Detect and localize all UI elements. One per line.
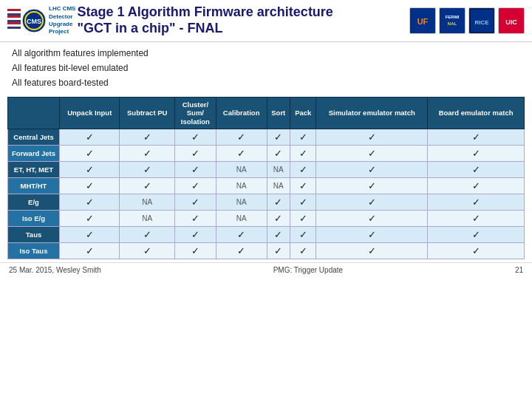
cell-4-0: ✓ xyxy=(60,194,120,211)
cell-0-0: ✓ xyxy=(60,129,120,146)
cell-2-0: ✓ xyxy=(60,162,120,178)
table-row: Iso Taus✓✓✓✓✓✓✓✓ xyxy=(8,243,525,259)
cell-3-6: ✓ xyxy=(316,178,428,194)
cell-2-3: NA xyxy=(216,162,267,178)
cell-5-5: ✓ xyxy=(290,211,316,227)
cell-2-7: ✓ xyxy=(428,162,525,178)
col-header-4: Calibration xyxy=(216,98,267,129)
col-header-1: Unpack Input xyxy=(60,98,120,129)
col-header-6: Pack xyxy=(290,98,316,129)
row-label-1: Forward Jets xyxy=(8,146,60,162)
uic-logo: UIC xyxy=(498,7,525,34)
cell-3-2: ✓ xyxy=(174,178,216,194)
cell-3-4: NA xyxy=(267,178,290,194)
cell-6-4: ✓ xyxy=(267,227,290,243)
cell-6-0: ✓ xyxy=(60,227,120,243)
svg-rect-4 xyxy=(7,18,21,20)
svg-rect-2 xyxy=(7,13,21,16)
col-header-3: Cluster/ Sum/ Isolation xyxy=(174,98,216,129)
cell-7-3: ✓ xyxy=(216,243,267,259)
svg-text:RICE: RICE xyxy=(474,19,489,26)
cell-1-4: ✓ xyxy=(267,146,290,162)
footer-right: 21 xyxy=(515,266,523,274)
algorithm-table-wrap: Unpack InputSubtract PUCluster/ Sum/ Iso… xyxy=(0,94,532,261)
svg-text:NAL: NAL xyxy=(448,21,457,26)
cell-1-2: ✓ xyxy=(174,146,216,162)
cell-7-6: ✓ xyxy=(316,243,428,259)
cell-5-3: NA xyxy=(216,211,267,227)
cell-1-6: ✓ xyxy=(316,146,428,162)
cell-2-2: ✓ xyxy=(174,162,216,178)
cell-4-7: ✓ xyxy=(428,194,525,211)
cell-0-7: ✓ xyxy=(428,129,525,146)
cell-2-4: NA xyxy=(267,162,290,178)
cell-1-5: ✓ xyxy=(290,146,316,162)
cell-5-1: NA xyxy=(120,211,174,227)
svg-text:FERMI: FERMI xyxy=(446,15,460,19)
row-label-0: Central Jets xyxy=(8,129,60,146)
cell-5-4: ✓ xyxy=(267,211,290,227)
subtitle-line1: All algorithm features implemented xyxy=(12,47,520,60)
cell-6-5: ✓ xyxy=(290,227,316,243)
lhc-cms-label: LHC CMS Detector Upgrade Project xyxy=(49,5,75,36)
cell-3-7: ✓ xyxy=(428,178,525,194)
svg-rect-8 xyxy=(7,27,21,29)
svg-rect-6 xyxy=(7,22,21,24)
row-label-3: MHT/HT xyxy=(8,178,60,194)
row-label-7: Iso Taus xyxy=(8,243,60,259)
cell-3-5: ✓ xyxy=(290,178,316,194)
cell-5-0: ✓ xyxy=(60,211,120,227)
cell-0-1: ✓ xyxy=(120,129,174,146)
cell-1-7: ✓ xyxy=(428,146,525,162)
cms-logo-group: CMS LHC CMS Detector Upgrade Project xyxy=(7,4,77,37)
cell-3-1: ✓ xyxy=(120,178,174,194)
table-row: Forward Jets✓✓✓✓✓✓✓✓ xyxy=(8,146,525,162)
cell-0-2: ✓ xyxy=(174,129,216,146)
cell-5-2: ✓ xyxy=(174,211,216,227)
cell-5-6: ✓ xyxy=(316,211,428,227)
svg-text:UF: UF xyxy=(417,17,429,26)
cell-7-1: ✓ xyxy=(120,243,174,259)
svg-rect-3 xyxy=(7,16,21,18)
table-row: E/g✓NA✓NA✓✓✓✓ xyxy=(8,194,525,211)
cell-0-6: ✓ xyxy=(316,129,428,146)
col-header-2: Subtract PU xyxy=(120,98,174,129)
col-header-0 xyxy=(8,98,60,129)
cell-2-6: ✓ xyxy=(316,162,428,178)
subtitle-line3: All features board-tested xyxy=(12,76,520,89)
col-header-8: Board emulator match xyxy=(428,98,525,129)
cell-0-5: ✓ xyxy=(290,129,316,146)
cell-4-4: ✓ xyxy=(267,194,290,211)
table-row: Central Jets✓✓✓✓✓✓✓✓ xyxy=(8,129,525,146)
cell-4-6: ✓ xyxy=(316,194,428,211)
cell-2-5: ✓ xyxy=(290,162,316,178)
algorithm-table: Unpack InputSubtract PUCluster/ Sum/ Iso… xyxy=(7,97,525,259)
svg-rect-0 xyxy=(7,9,21,11)
cell-7-2: ✓ xyxy=(174,243,216,259)
cell-6-2: ✓ xyxy=(174,227,216,243)
subtitle-line2: All features bit-level emulated xyxy=(12,61,520,75)
page-title: Stage 1 Algorithm Firmware architecture … xyxy=(77,4,409,36)
cell-7-0: ✓ xyxy=(60,243,120,259)
svg-text:UIC: UIC xyxy=(505,18,517,26)
cell-3-0: ✓ xyxy=(60,178,120,194)
cell-6-1: ✓ xyxy=(120,227,174,243)
cell-0-3: ✓ xyxy=(216,129,267,146)
cell-1-0: ✓ xyxy=(60,146,120,162)
cell-4-5: ✓ xyxy=(290,194,316,211)
cell-6-6: ✓ xyxy=(316,227,428,243)
cell-1-1: ✓ xyxy=(120,146,174,162)
svg-rect-7 xyxy=(7,24,21,27)
cms-logo-icon: CMS xyxy=(7,4,46,37)
table-row: MHT/HT✓✓✓NANA✓✓✓ xyxy=(8,178,525,194)
uf-logo: UF xyxy=(409,7,436,34)
footer: 25 Mar. 2015, Wesley Smith PMG: Trigger … xyxy=(0,262,532,277)
cell-0-4: ✓ xyxy=(267,129,290,146)
cell-6-3: ✓ xyxy=(216,227,267,243)
header: CMS LHC CMS Detector Upgrade Project Sta… xyxy=(0,0,532,42)
cell-7-5: ✓ xyxy=(290,243,316,259)
row-label-5: Iso E/g xyxy=(8,211,60,227)
row-label-4: E/g xyxy=(8,194,60,211)
table-row: Iso E/g✓NA✓NA✓✓✓✓ xyxy=(8,211,525,227)
cell-2-1: ✓ xyxy=(120,162,174,178)
